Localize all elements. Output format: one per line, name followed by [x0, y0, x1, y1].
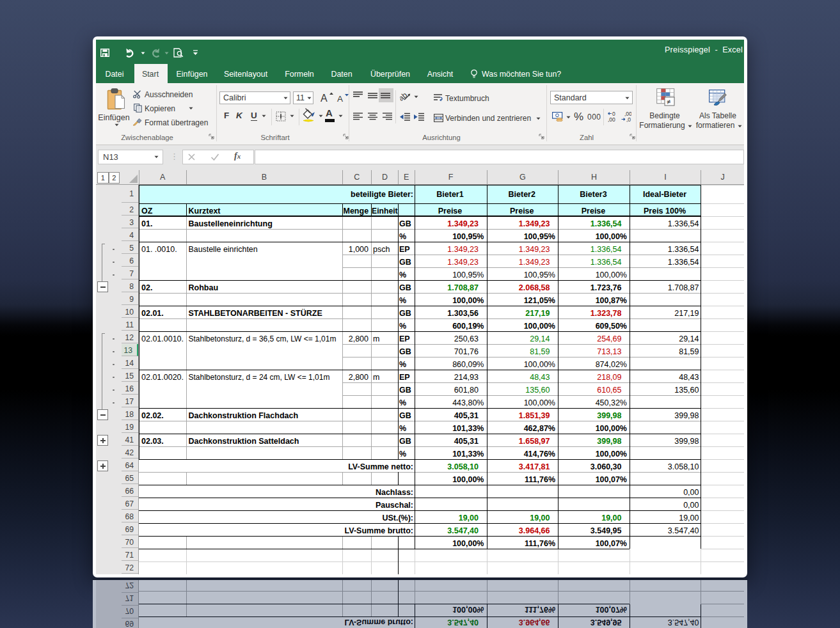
svg-text:A: A: [321, 93, 328, 103]
svg-text:A: A: [337, 94, 343, 103]
svg-text:,00: ,00: [608, 116, 615, 122]
svg-text:≠: ≠: [667, 98, 670, 106]
